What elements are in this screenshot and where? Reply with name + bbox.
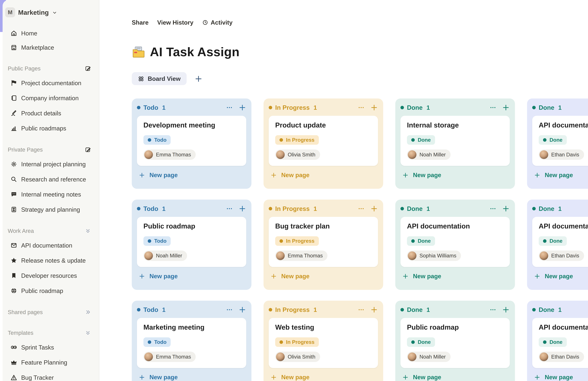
chevrons-right-icon[interactable] <box>85 309 91 315</box>
task-card[interactable]: API documentation Done Ethan Davis <box>532 217 588 267</box>
new-page-button[interactable]: New page <box>269 171 378 178</box>
board-column-group: Done 1 Public roadmap Done Noah Miller N… <box>395 301 515 381</box>
more-options-icon[interactable] <box>358 306 365 313</box>
task-title: Bug tracker plan <box>275 222 372 230</box>
more-options-icon[interactable] <box>358 205 365 212</box>
chip-dot-icon <box>148 340 151 344</box>
assignee-pill: Sophia Williams <box>407 251 461 261</box>
add-card-icon[interactable] <box>502 104 510 111</box>
new-page-button[interactable]: New page <box>532 273 588 279</box>
task-card[interactable]: API documentation Done Sophia Williams <box>400 217 510 267</box>
status-chip: Todo <box>144 135 171 145</box>
sidebar-item-sprint-tasks[interactable]: Sprint Tasks <box>2 339 99 355</box>
plus-icon <box>402 374 409 380</box>
assignee-avatar <box>276 353 285 361</box>
edit-icon[interactable] <box>85 146 91 153</box>
column-count: 1 <box>558 104 562 111</box>
plus-icon <box>534 374 540 380</box>
chip-label: Done <box>549 238 563 244</box>
sidebar-item-public-roadmap[interactable]: Public roadmap <box>2 283 99 298</box>
task-card[interactable]: API documentation Done Ethan Davis <box>532 116 588 166</box>
more-options-icon[interactable] <box>358 104 365 111</box>
sidebar-item-marketplace[interactable]: Marketplace <box>2 40 99 54</box>
task-card[interactable]: Development meeting Todo Emma Thomas <box>137 116 246 166</box>
chevrons-down-icon[interactable] <box>85 227 91 234</box>
sidebar-item-company-information[interactable]: Company information <box>2 90 99 106</box>
edit-icon[interactable] <box>85 65 91 71</box>
new-page-label: New page <box>149 374 178 381</box>
status-dot-icon <box>532 308 536 311</box>
task-card[interactable]: Bug tracker plan In Progress Emma Thomas <box>269 217 378 267</box>
new-page-button[interactable]: New page <box>137 273 246 279</box>
sidebar-item-feature-planning[interactable]: Feature Planning <box>2 355 99 370</box>
new-page-label: New page <box>545 171 573 178</box>
add-card-icon[interactable] <box>370 306 378 314</box>
sidebar-item-product-details[interactable]: Product details <box>2 105 99 121</box>
sidebar-item-project-documentation[interactable]: Project documentation <box>2 75 99 90</box>
task-card[interactable]: API documentation Done Ethan Davis <box>532 318 588 368</box>
board-view-tab[interactable]: Board View <box>132 72 187 85</box>
add-card-icon[interactable] <box>238 205 246 212</box>
assignee-pill: Noah Miller <box>407 149 450 160</box>
add-card-icon[interactable] <box>238 104 246 111</box>
sidebar-item-developer-resources[interactable]: Developer resources <box>2 268 99 283</box>
sidebar-item-internal-project-planning[interactable]: Internal project planning <box>2 156 99 171</box>
task-title: API documentation <box>539 323 588 331</box>
add-card-icon[interactable] <box>502 306 510 314</box>
task-card[interactable]: Internal storage Done Noah Miller <box>400 116 510 166</box>
new-page-button[interactable]: New page <box>137 171 246 178</box>
more-options-icon[interactable] <box>489 306 496 313</box>
task-card[interactable]: Web testing In Progress Olivia Smith <box>269 318 378 368</box>
status-dot-icon <box>532 207 536 210</box>
chip-label: Done <box>418 238 431 244</box>
add-card-icon[interactable] <box>370 205 378 212</box>
sidebar-item-public-roadmaps[interactable]: Public roadmaps <box>2 121 99 136</box>
new-page-button[interactable]: New page <box>532 374 588 381</box>
sidebar-item-release-notes-update[interactable]: Release notes & update <box>2 253 99 268</box>
new-page-button[interactable]: New page <box>532 171 588 178</box>
task-card[interactable]: Public roadmap Todo Noah Miller <box>137 217 246 267</box>
more-options-icon[interactable] <box>489 205 496 212</box>
view-history-button[interactable]: View History <box>157 19 193 26</box>
task-card[interactable]: Marketing meeting Todo Emma Thomas <box>137 318 246 368</box>
section-header: Private Pages <box>2 145 99 154</box>
task-card[interactable]: Product update In Progress Olivia Smith <box>269 116 378 166</box>
status-chip: Done <box>539 135 567 145</box>
new-page-label: New page <box>281 171 309 178</box>
more-options-icon[interactable] <box>226 306 233 313</box>
activity-button[interactable]: Activity <box>202 19 232 26</box>
sidebar-item-strategy-and-planning[interactable]: Strategy and planning <box>2 202 99 217</box>
more-options-icon[interactable] <box>489 104 496 111</box>
assignee-name: Olivia Smith <box>288 151 315 158</box>
workspace-switcher[interactable]: M Marketing <box>5 7 96 17</box>
bookmark-icon <box>10 272 17 279</box>
add-card-icon[interactable] <box>502 205 510 212</box>
new-page-button[interactable]: New page <box>137 374 246 381</box>
sidebar-item-api-documentation[interactable]: API documentation <box>2 237 99 253</box>
more-options-icon[interactable] <box>226 104 233 111</box>
board-column-group: Todo 1 Development meeting Todo Emma Tho… <box>132 99 252 189</box>
new-page-button[interactable]: New page <box>400 374 510 381</box>
status-dot-icon <box>269 207 272 210</box>
new-page-button[interactable]: New page <box>400 273 510 279</box>
task-title: Marketing meeting <box>144 323 240 331</box>
new-page-button[interactable]: New page <box>400 171 510 178</box>
chip-dot-icon <box>543 239 546 243</box>
new-page-label: New page <box>413 171 441 178</box>
sidebar-section-private-pages: Private Pages Internal project planning … <box>2 145 99 217</box>
sidebar-item-research-and-reference[interactable]: Research and reference <box>2 171 99 187</box>
task-card[interactable]: Public roadmap Done Noah Miller <box>400 318 510 368</box>
sidebar-item-bug-tracker[interactable]: Bug Tracker <box>2 370 99 381</box>
new-page-button[interactable]: New page <box>269 273 378 279</box>
add-card-icon[interactable] <box>238 306 246 314</box>
sidebar-item-internal-meeting-notes[interactable]: Internal meeting notes <box>2 187 99 202</box>
new-page-button[interactable]: New page <box>269 374 378 381</box>
more-options-icon[interactable] <box>226 205 233 212</box>
add-card-icon[interactable] <box>370 104 378 111</box>
assignee-avatar <box>408 150 417 159</box>
add-view-button[interactable] <box>194 75 203 83</box>
share-button[interactable]: Share <box>132 19 148 26</box>
chevrons-down-icon[interactable] <box>85 329 91 336</box>
sidebar-item-label: Internal project planning <box>21 161 86 168</box>
sidebar-item-home[interactable]: Home <box>2 26 99 40</box>
